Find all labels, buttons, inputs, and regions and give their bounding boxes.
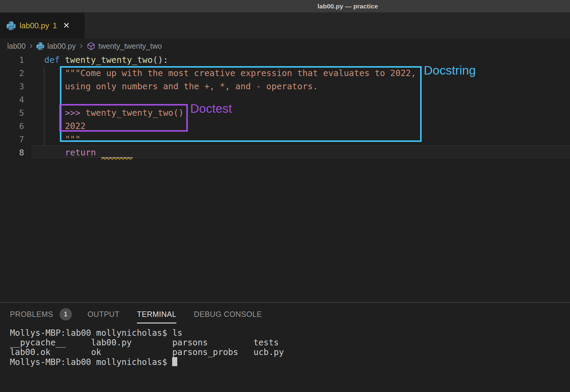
code-line-4[interactable]: 4 (0, 93, 570, 106)
code-line-5[interactable]: 5 >>> twenty_twenty_two() (0, 106, 570, 120)
terminal-line: Mollys-MBP:lab00 mollynicholas$ (10, 357, 570, 367)
warning-squiggle-icon (101, 158, 133, 160)
code-line-3[interactable]: 3 using only numbers and the +, *, and -… (0, 80, 570, 93)
breadcrumb-item-lab00.py[interactable]: lab00.py (47, 42, 76, 51)
docstring-annotation-label: Docstring (424, 63, 476, 78)
panel-tab-debug-console[interactable]: DEBUG CONSOLE (194, 310, 262, 319)
symbol-cube-icon (87, 42, 95, 51)
line-number[interactable]: 5 (0, 106, 24, 120)
window-title: lab00.py — practice (318, 0, 378, 13)
code-text: >>> twenty_twenty_two() (44, 106, 184, 120)
python-icon (36, 42, 44, 50)
code-text: """ (44, 133, 80, 146)
breadcrumb-item-lab00[interactable]: lab00 (7, 42, 26, 51)
code-line-1[interactable]: 1def twenty_twenty_two(): (0, 54, 570, 67)
terminal-output[interactable]: Mollys-MBP:lab00 mollynicholas$ ls__pyca… (10, 328, 570, 367)
editor[interactable]: 1def twenty_twenty_two():2 """Come up wi… (0, 54, 570, 159)
titlebar: lab00.py — practice (0, 0, 570, 13)
code-line-7[interactable]: 7 """ (0, 133, 570, 146)
tab-strip: lab00.py 1 ✕ (0, 13, 570, 38)
line-number[interactable]: 6 (0, 120, 24, 133)
code-text: """Come up with the most creative expres… (44, 67, 416, 80)
code-line-2[interactable]: 2 """Come up with the most creative expr… (0, 67, 570, 80)
terminal-line: __pycache__ lab00.py parsons tests (10, 338, 570, 348)
tab-filename: lab00.py (20, 21, 49, 30)
tab-problems-badge: 1 (53, 21, 57, 30)
terminal-cursor (172, 357, 177, 366)
code-text: def twenty_twenty_two(): (44, 54, 168, 67)
doctest-annotation-label: Doctest (190, 102, 232, 116)
line-number[interactable]: 4 (0, 93, 24, 106)
panel-tab-bar: PROBLEMS1OUTPUTTERMINALDEBUG CONSOLE (0, 303, 570, 326)
code-line-6[interactable]: 6 2022 (0, 120, 570, 133)
code-text: return ______ (44, 146, 132, 159)
breadcrumb-separator: › (29, 40, 33, 51)
breadcrumb: lab00›lab00.py›twenty_twenty_two (7, 39, 162, 53)
problems-count-badge: 1 (60, 308, 72, 320)
line-number[interactable]: 1 (0, 54, 24, 67)
breadcrumb-item-twenty_twenty_two[interactable]: twenty_twenty_two (98, 42, 162, 51)
line-number[interactable]: 8 (0, 146, 24, 159)
code-line-8[interactable]: 8 return ______ (0, 146, 570, 159)
panel-tab-output[interactable]: OUTPUT (88, 310, 119, 319)
line-number[interactable]: 2 (0, 67, 24, 80)
close-icon[interactable]: ✕ (63, 22, 70, 30)
python-icon (7, 21, 16, 30)
vscode-window: lab00.py — practice lab00.py 1 ✕ lab00›l… (0, 0, 570, 392)
tab-lab00py[interactable]: lab00.py 1 ✕ (0, 13, 85, 38)
line-number[interactable]: 3 (0, 80, 24, 93)
terminal-line: lab00.ok ok parsons_probs ucb.py (10, 348, 570, 357)
panel-tab-terminal[interactable]: TERMINAL (137, 310, 176, 319)
breadcrumb-separator: › (80, 40, 83, 51)
panel-tab-problems[interactable]: PROBLEMS (10, 310, 53, 319)
code-text: using only numbers and the +, *, and - o… (44, 80, 318, 93)
terminal-line: Mollys-MBP:lab00 mollynicholas$ ls (10, 328, 570, 338)
code-text: 2022 (44, 120, 85, 133)
missing-expression-blank: ______ (101, 148, 132, 158)
line-number[interactable]: 7 (0, 133, 24, 146)
